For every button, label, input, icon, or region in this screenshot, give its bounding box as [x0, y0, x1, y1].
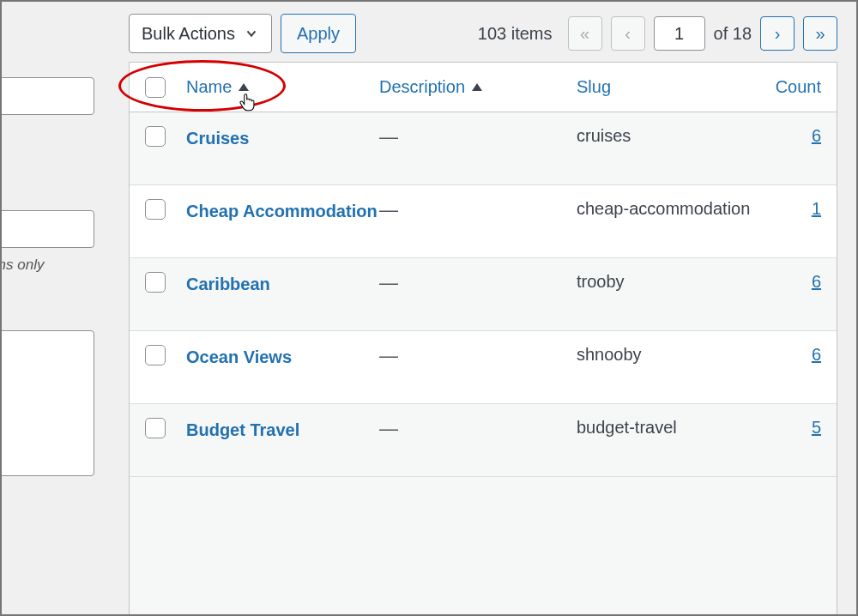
term-name-link[interactable]: Ocean Views: [186, 347, 292, 366]
column-header-count-label: Count: [776, 77, 821, 97]
row-checkbox[interactable]: [145, 199, 166, 220]
term-slug: cruises: [577, 126, 752, 146]
left-hint-1: ite.: [0, 122, 94, 143]
term-name-link[interactable]: Cheap Accommodation: [186, 202, 378, 220]
left-hint-3: efault;: [0, 486, 94, 508]
left-input-1[interactable]: [0, 77, 94, 115]
term-count-link[interactable]: 6: [752, 272, 821, 292]
table-body: Cruises—cruises6Cheap Accommodation—chea…: [130, 112, 837, 477]
left-input-2[interactable]: [0, 210, 94, 248]
term-description: —: [379, 272, 577, 294]
term-name-link[interactable]: Cruises: [186, 129, 249, 148]
terms-table: Name Description Slug Count Cruises—crui…: [129, 62, 837, 616]
current-page-input[interactable]: [654, 16, 705, 51]
items-count: 103 items: [478, 24, 553, 44]
prev-page-button: ‹: [611, 16, 645, 51]
term-description: —: [379, 126, 577, 148]
last-page-button[interactable]: »: [803, 16, 837, 51]
bulk-actions-select[interactable]: Bulk Actions: [129, 14, 272, 53]
table-row: Caribbean—trooby6: [130, 258, 837, 331]
table-header-row: Name Description Slug Count: [130, 63, 837, 112]
bulk-actions-label: Bulk Actions: [142, 24, 235, 44]
column-header-slug-label: Slug: [577, 77, 611, 97]
sort-asc-icon: [239, 83, 249, 91]
term-count-link[interactable]: 6: [752, 345, 821, 365]
first-page-button: «: [568, 16, 602, 51]
table-toolbar: Bulk Actions Apply 103 items « ‹ of 18 ›…: [129, 14, 837, 53]
term-slug: trooby: [577, 272, 752, 292]
table-row: Budget Travel—budget-travel5: [130, 404, 837, 477]
left-partial-form: ite. of the contains only efault;: [0, 77, 94, 534]
next-page-button[interactable]: ›: [760, 16, 795, 51]
term-name-link[interactable]: Caribbean: [186, 275, 270, 293]
column-header-count[interactable]: Count: [752, 77, 821, 97]
row-checkbox[interactable]: [145, 272, 166, 293]
column-header-description-label: Description: [379, 77, 465, 97]
left-textarea[interactable]: [0, 330, 94, 476]
term-slug: budget-travel: [577, 418, 752, 438]
column-header-name-label: Name: [186, 77, 232, 97]
row-checkbox[interactable]: [145, 418, 166, 438]
sort-asc-icon: [472, 83, 482, 91]
term-count-link[interactable]: 6: [752, 126, 821, 146]
term-description: —: [379, 418, 577, 440]
left-hint-2: of the contains only: [0, 255, 94, 276]
apply-button[interactable]: Apply: [281, 14, 356, 53]
term-count-link[interactable]: 5: [752, 418, 821, 438]
select-all-checkbox[interactable]: [145, 77, 166, 98]
term-slug: shnooby: [577, 345, 752, 365]
column-header-description[interactable]: Description: [379, 77, 577, 97]
column-header-name[interactable]: Name: [186, 77, 379, 97]
table-row: Cheap Accommodation—cheap-accommodation1: [130, 185, 837, 258]
column-header-slug[interactable]: Slug: [577, 77, 752, 97]
chevron-down-icon: [244, 26, 259, 41]
table-row: Ocean Views—shnooby6: [130, 331, 837, 404]
row-checkbox[interactable]: [145, 345, 166, 365]
table-row: Cruises—cruises6: [130, 112, 837, 185]
row-checkbox[interactable]: [145, 126, 166, 147]
term-slug: cheap-accommodation: [577, 199, 752, 219]
total-pages-label: of 18: [714, 24, 752, 44]
term-count-link[interactable]: 1: [752, 199, 821, 219]
term-description: —: [379, 199, 577, 221]
term-name-link[interactable]: Budget Travel: [186, 420, 299, 439]
term-description: —: [379, 345, 577, 367]
